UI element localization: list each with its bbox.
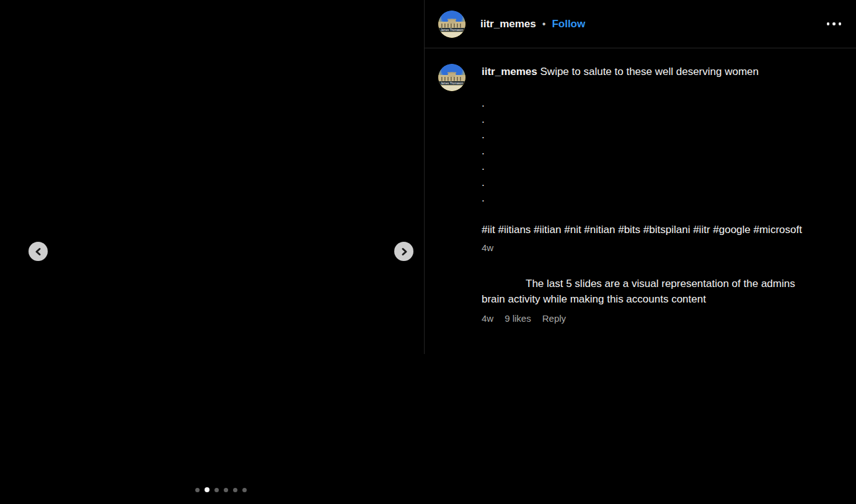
carousel-dots — [195, 487, 247, 492]
ellipsis-icon — [839, 22, 842, 25]
ellipsis-icon — [832, 22, 836, 25]
comment-text: The last 5 slides are a visual represent… — [482, 276, 798, 307]
avatar-caption-text: James Thomason — [441, 28, 464, 31]
carousel-dot-5[interactable] — [233, 488, 237, 492]
post-modal: James Thomason iitr_memes • Follow — [0, 0, 856, 504]
comment-reply-button[interactable]: Reply — [542, 313, 566, 324]
comments-section: James Thomason iitr_memes Swipe to salut… — [425, 48, 856, 324]
carousel-dot-6[interactable] — [242, 488, 247, 492]
chevron-left-icon — [33, 247, 43, 257]
carousel-dot-3[interactable] — [214, 488, 219, 492]
comment-timestamp: 4w — [482, 313, 493, 324]
post-header: James Thomason iitr_memes • Follow — [425, 0, 856, 48]
caption-text: iitr_memes Swipe to salute to these well… — [482, 64, 829, 238]
caption-block: James Thomason iitr_memes Swipe to salut… — [438, 64, 842, 253]
post-author-username[interactable]: iitr_memes — [480, 18, 536, 30]
caption-username[interactable]: iitr_memes — [482, 66, 537, 77]
post-media — [0, 0, 424, 504]
carousel-dot-1[interactable] — [195, 488, 200, 492]
comment-meta: 4w 9 likes Reply — [482, 313, 798, 324]
comment-avatar-hidden[interactable] — [438, 276, 466, 303]
username-follow-separator: • — [542, 19, 546, 30]
caption-avatar[interactable]: James Thomason — [438, 64, 466, 91]
follow-button[interactable]: Follow — [552, 18, 585, 30]
carousel-prev-button[interactable] — [29, 242, 48, 261]
avatar[interactable]: James Thomason — [438, 11, 466, 38]
carousel-dot-2[interactable] — [205, 487, 210, 492]
caption-body: Swipe to salute to these well deserving … — [482, 66, 802, 236]
comment-likes[interactable]: 9 likes — [505, 313, 531, 324]
chevron-right-icon — [399, 247, 409, 257]
carousel-dot-4[interactable] — [224, 488, 228, 492]
caption-timestamp: 4w — [482, 242, 829, 253]
avatar-caption-text: James Thomason — [441, 82, 464, 85]
post-details-panel: James Thomason iitr_memes • Follow — [424, 0, 856, 354]
ellipsis-icon — [827, 22, 830, 25]
comment-block: The last 5 slides are a visual represent… — [438, 276, 842, 324]
more-options-button[interactable] — [826, 19, 843, 29]
carousel-next-button[interactable] — [394, 242, 413, 261]
